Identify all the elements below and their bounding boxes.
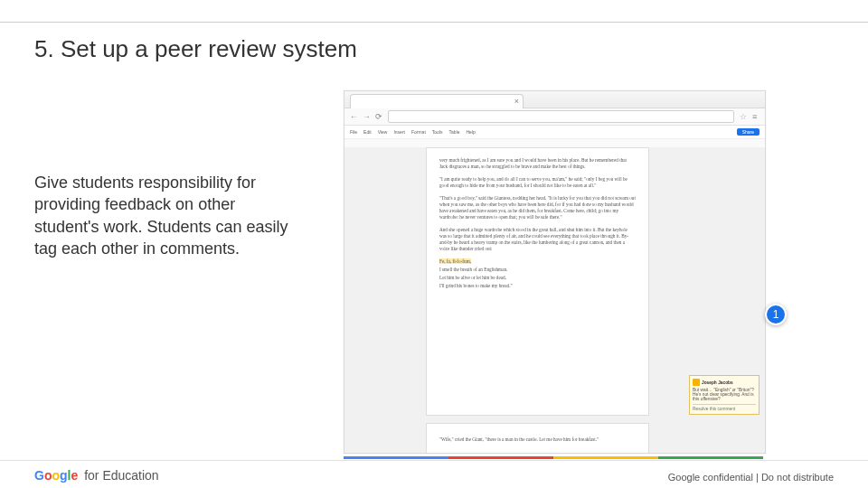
color-stripe [344,456,763,459]
confidential-label: Google confidential | Do not distribute [668,472,834,483]
menu-insert[interactable]: Insert [393,129,405,135]
comment-text: But wait… "English" or "Briton"? He's no… [693,388,756,401]
menu-tools[interactable]: Tools [432,129,443,135]
doc-paragraph: I smell the breath of an Englishman. [439,267,636,273]
avatar [693,379,700,386]
slide-title: 5. Set up a peer review system [34,35,868,63]
comment-author: Joseph Jacobs [702,380,733,385]
reload-icon[interactable]: ⟳ [375,113,382,120]
address-bar[interactable] [388,110,734,123]
close-tab-icon[interactable]: × [514,97,519,106]
slide-footer: Google for Education Google confidential… [0,460,868,488]
doc-paragraph: "Wife," cried the Giant, "there is a man… [439,436,636,443]
slide-body: Give students responsibility for providi… [34,172,301,259]
browser-tab[interactable]: × [350,94,524,108]
doc-paragraph: "I am quite ready to help you, and do al… [439,176,636,189]
doc-paragraph: "That's a good boy," said the Giantess, … [439,195,636,221]
doc-paragraph: Fe, fa, fi-fo-fum, [439,258,636,265]
google-for-education-logo: Google for Education [34,468,159,483]
comment-card[interactable]: Joseph Jacobs But wait… "English" or "Br… [689,375,760,415]
menu-table[interactable]: Table [448,129,459,135]
doc-paragraph: And she opened a huge wardrobe which sto… [439,227,636,252]
menu-edit[interactable]: Edit [363,129,372,135]
top-rule [0,0,868,23]
document-canvas: very much frightened, as I am sure you a… [344,147,765,453]
menu-help[interactable]: Help [466,129,475,135]
menu-format[interactable]: Format [411,129,426,135]
doc-paragraph: Let him be alive or let him be dead, [439,275,636,281]
menu-icon[interactable]: ≡ [752,113,760,120]
browser-toolbar: ← → ⟳ ☆ ≡ [344,108,765,126]
browser-screenshot: × ← → ⟳ ☆ ≡ File Edit View Insert Format… [344,90,766,454]
document-page-1: very much frightened, as I am sure you a… [426,147,649,416]
doc-paragraph: very much frightened, as I am sure you a… [439,157,636,170]
brand-suffix: for Education [78,468,158,483]
star-icon[interactable]: ☆ [740,112,747,121]
highlighted-text: Fe, fa, fi-fo-fum, [439,258,471,264]
back-icon[interactable]: ← [350,113,357,120]
share-button[interactable]: Share [737,128,760,136]
forward-icon[interactable]: → [363,113,370,120]
doc-paragraph: I'll grind his bones to make my bread." [439,283,636,289]
menu-file[interactable]: File [350,129,357,135]
docs-menu-bar: File Edit View Insert Format Tools Table… [344,126,765,139]
callout-badge: 1 [765,304,787,325]
resolve-comment-link[interactable]: Resolve this comment [693,404,756,411]
menu-view[interactable]: View [378,129,388,135]
document-page-2: "Wife," cried the Giant, "there is a man… [426,423,649,453]
browser-tabbar: × [344,91,765,108]
